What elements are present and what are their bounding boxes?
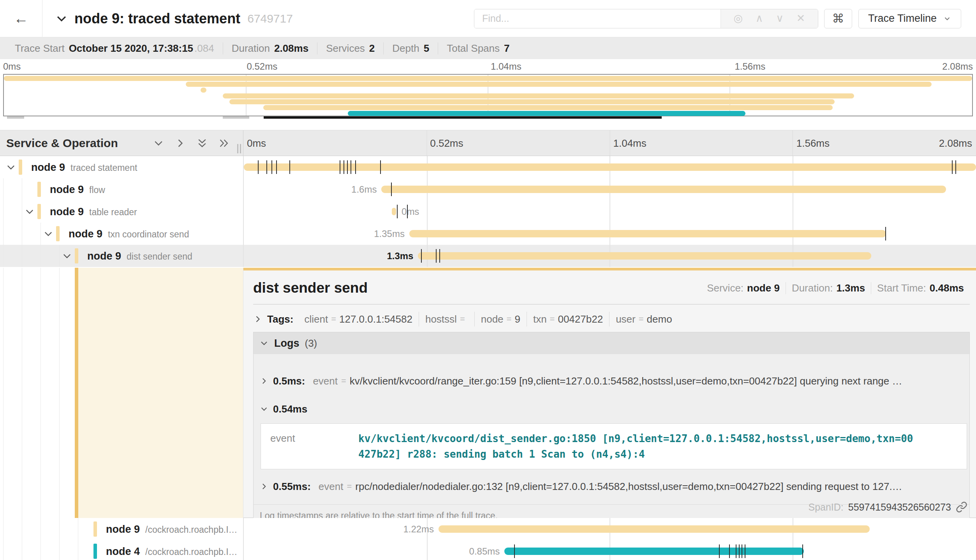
span-service: node 4 bbox=[106, 545, 140, 557]
log-marker-tick bbox=[739, 544, 740, 558]
tags-accordion[interactable]: Tags: client=127.0.0.1:54582 hostssl= no… bbox=[253, 312, 970, 327]
tag-client: client=127.0.0.1:54582 bbox=[298, 313, 419, 325]
span-id-row: SpanID: 5597415943526560273 bbox=[808, 501, 967, 513]
trace-view-dropdown[interactable]: Trace Timeline bbox=[858, 9, 961, 28]
log-marker-tick bbox=[397, 205, 398, 218]
span-bar-track[interactable]: 1.3ms bbox=[243, 245, 976, 267]
copy-link-icon[interactable] bbox=[956, 501, 967, 513]
trace-id: 6749717 bbox=[247, 12, 293, 25]
minimap-scrub-handle[interactable] bbox=[7, 116, 24, 119]
title-collapse-chevron-icon[interactable] bbox=[55, 12, 68, 25]
locate-icon[interactable]: ◎ bbox=[734, 13, 743, 24]
span-collapse-chevron-icon[interactable] bbox=[43, 228, 54, 239]
span-row-table-reader[interactable]: node 9table reader 0ms bbox=[0, 200, 976, 223]
chevron-down-icon[interactable] bbox=[153, 137, 164, 149]
span-collapse-chevron-icon[interactable] bbox=[5, 162, 16, 173]
span-bar-track[interactable]: 0ms bbox=[243, 200, 976, 223]
keyboard-shortcuts-button[interactable]: ⌘ bbox=[824, 9, 852, 28]
log-marker-tick bbox=[952, 160, 953, 174]
span-duration-label: 1.22ms bbox=[403, 524, 434, 535]
log-entry-1[interactable]: 0.5ms: event = kv/kvclient/kvcoord/range… bbox=[254, 354, 969, 391]
find-input[interactable] bbox=[474, 9, 721, 28]
double-chevron-down-icon[interactable] bbox=[196, 137, 208, 149]
span-operation: flow bbox=[89, 184, 105, 195]
log-marker-tick bbox=[955, 160, 956, 174]
log-marker-tick bbox=[436, 249, 437, 263]
span-operation: /cockroach.roachpb.I… bbox=[145, 524, 238, 534]
span-rows-continued: node 9/cockroach.roachpb.I… 1.22ms node … bbox=[0, 518, 976, 560]
log-marker-tick bbox=[340, 160, 340, 174]
minimap-lane bbox=[4, 76, 972, 81]
trace-minimap: 0ms 0.52ms 1.04ms 1.56ms 2.08ms bbox=[0, 59, 976, 130]
log-timestamp: 0.5ms: bbox=[273, 375, 305, 387]
span-name-cell: node 9/cockroach.roachpb.I… bbox=[0, 518, 243, 540]
service-operation-header: Service & Operation bbox=[0, 130, 243, 156]
clear-find-icon[interactable]: ✕ bbox=[796, 13, 805, 24]
back-button[interactable]: ← bbox=[0, 0, 42, 37]
span-operation: traced statement bbox=[70, 162, 137, 172]
span-bar-track[interactable]: 0.85ms bbox=[243, 540, 976, 560]
log-entry-2[interactable]: 0.54ms bbox=[254, 391, 969, 416]
span-detail-region: dist sender send Service:node 9 Duration… bbox=[0, 268, 976, 518]
minimap-scrub-handle[interactable] bbox=[223, 116, 249, 119]
minimap-bar bbox=[348, 111, 746, 116]
span-row-node9-roachpb[interactable]: node 9/cockroach.roachpb.I… 1.22ms bbox=[0, 518, 976, 540]
span-bar[interactable] bbox=[439, 525, 870, 533]
tag-user: user=demo bbox=[609, 312, 678, 327]
span-row-traced-statement[interactable]: node 9traced statement bbox=[0, 156, 976, 178]
minimap-lane bbox=[4, 111, 972, 116]
find-group: ◎ ∧ ∨ ✕ bbox=[474, 9, 818, 28]
span-id-label: SpanID: bbox=[808, 502, 843, 513]
span-duration-label: 1.6ms bbox=[351, 184, 377, 195]
minimap-bar bbox=[4, 76, 972, 81]
log-marker-tick bbox=[289, 160, 290, 174]
logs-header[interactable]: Logs (3) bbox=[254, 332, 969, 354]
log-entry-3[interactable]: 0.55ms: event = rpc/nodedialer/nodediale… bbox=[254, 469, 969, 495]
span-bar[interactable] bbox=[409, 230, 886, 237]
span-collapse-chevron-icon[interactable] bbox=[24, 206, 35, 217]
log-marker-tick bbox=[802, 544, 803, 558]
span-bar[interactable] bbox=[418, 252, 871, 260]
chevron-right-icon[interactable] bbox=[174, 137, 186, 149]
prev-match-icon[interactable]: ∧ bbox=[756, 13, 763, 24]
log-field-value: kv/kvclient/kvcoord/dist_sender.go:1850 … bbox=[358, 431, 916, 462]
span-bar-track[interactable]: 1.6ms bbox=[243, 178, 976, 200]
span-operation: dist sender send bbox=[127, 251, 192, 261]
span-duration-label: 0ms bbox=[402, 206, 419, 217]
span-bar[interactable] bbox=[244, 163, 976, 171]
detail-stats: Service:node 9 Duration:1.3ms Start Time… bbox=[701, 282, 970, 294]
span-bar-track[interactable]: 1.22ms bbox=[243, 518, 976, 540]
log-marker-tick bbox=[266, 160, 267, 174]
span-name-cell: node 4/cockroach.roachpb.I… bbox=[0, 540, 243, 560]
minimap-lane bbox=[4, 105, 972, 110]
trace-view-label: Trace Timeline bbox=[868, 12, 937, 25]
span-bar[interactable] bbox=[504, 548, 804, 555]
span-operation: txn coordinator send bbox=[108, 229, 189, 239]
span-collapse-chevron-icon[interactable] bbox=[62, 251, 72, 262]
span-bar-track[interactable] bbox=[243, 156, 976, 178]
span-service: node 9 bbox=[50, 205, 84, 217]
timeline-scrollbar[interactable] bbox=[264, 116, 662, 119]
span-bar[interactable] bbox=[392, 208, 396, 215]
next-match-icon[interactable]: ∨ bbox=[776, 13, 784, 24]
span-row-dist-sender-send[interactable]: node 9dist sender send 1.3ms bbox=[0, 245, 976, 267]
double-chevron-right-icon[interactable] bbox=[218, 137, 230, 149]
span-row-flow[interactable]: node 9flow 1.6ms bbox=[0, 178, 976, 200]
log-marker-tick bbox=[271, 160, 272, 174]
minimap-canvas[interactable] bbox=[3, 74, 973, 116]
minimap-lane bbox=[4, 93, 972, 98]
log-marker-tick bbox=[351, 160, 351, 174]
detail-service: Service:node 9 bbox=[701, 282, 786, 294]
column-resizer-handle[interactable] bbox=[237, 144, 241, 153]
trace-depth: Depth 5 bbox=[383, 42, 438, 54]
span-row-txn-coordinator-send[interactable]: node 9txn coordinator send 1.35ms bbox=[0, 223, 976, 245]
span-name-cell: node 9dist sender send bbox=[0, 245, 243, 267]
log-field-value: rpc/nodedialer/nodedialer.go:132 [n9,cli… bbox=[355, 481, 902, 493]
span-color-bar bbox=[37, 204, 41, 219]
tag-hostssl: hostssl= bbox=[419, 312, 474, 327]
span-bar[interactable] bbox=[381, 186, 946, 193]
span-bar-track[interactable]: 1.35ms bbox=[243, 223, 976, 245]
log-field-key: event bbox=[261, 431, 358, 462]
logs-title: Logs bbox=[274, 337, 299, 349]
span-row-node4-roachpb[interactable]: node 4/cockroach.roachpb.I… 0.85ms bbox=[0, 540, 976, 560]
